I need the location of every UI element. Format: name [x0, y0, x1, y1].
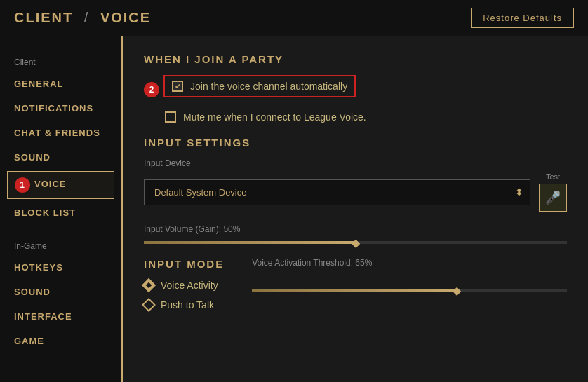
voice-activity-label: Voice Activity: [161, 280, 218, 291]
party-section: WHEN I JOIN A PARTY 2 Join the voice cha…: [144, 53, 567, 123]
join-voice-label: Join the voice channel automatically: [190, 81, 347, 92]
input-mode-heading: INPUT MODE: [144, 258, 224, 270]
input-settings-section: INPUT SETTINGS Input Device Default Syst…: [144, 137, 567, 244]
sidebar-item-interface[interactable]: INTERFACE: [0, 304, 121, 329]
device-select-wrapper: Default System Device ⬍: [144, 179, 530, 205]
header: CLIENT / VOICE Restore Defaults: [0, 0, 588, 36]
step-badge-1: 1: [15, 177, 30, 193]
content-area: WHEN I JOIN A PARTY 2 Join the voice cha…: [123, 36, 588, 382]
sidebar-item-voice[interactable]: 1VOICE: [7, 171, 114, 199]
test-section: Test 🎤: [539, 172, 567, 212]
sidebar-item-hotkeys[interactable]: HOTKEYS: [0, 255, 121, 280]
sidebar-divider: [0, 231, 121, 231]
push-to-talk-option[interactable]: Push to Talk: [144, 299, 224, 311]
volume-slider-fill: [144, 241, 356, 244]
sidebar-item-block-list[interactable]: BLOCK LIST: [0, 200, 121, 225]
sidebar-item-notifications[interactable]: NOTIFICATIONS: [0, 96, 121, 121]
sidebar-item-sound-ig[interactable]: SOUND: [0, 280, 121, 304]
restore-defaults-button[interactable]: Restore Defaults: [471, 8, 574, 28]
input-mode-right: Voice Activation Threshold: 65% ◆: [252, 258, 567, 319]
step-badge-2: 2: [144, 82, 159, 97]
title-voice: VOICE: [100, 10, 151, 25]
device-select[interactable]: Default System Device: [144, 179, 530, 205]
device-field-label: Input Device: [144, 158, 567, 168]
voice-activity-option[interactable]: Voice Activity: [144, 280, 224, 291]
party-section-heading: WHEN I JOIN A PARTY: [144, 53, 567, 65]
threshold-slider-fill: [252, 289, 457, 292]
main-layout: Client GENERAL NOTIFICATIONS CHAT & FRIE…: [0, 36, 588, 382]
threshold-slider-track[interactable]: ◆: [252, 289, 567, 292]
mute-row: Mute me when I connect to League Voice.: [165, 111, 567, 123]
push-to-talk-radio[interactable]: [142, 298, 156, 312]
input-settings-heading: INPUT SETTINGS: [144, 137, 567, 149]
sidebar-item-chat-friends[interactable]: CHAT & FRIENDS: [0, 121, 121, 145]
input-mode-left: INPUT MODE Voice Activity Push to Talk: [144, 258, 224, 319]
threshold-label: Voice Activation Threshold: 65%: [252, 258, 567, 268]
join-voice-checkbox-row: Join the voice channel automatically: [163, 75, 356, 97]
join-voice-row: 2 Join the voice channel automatically: [144, 75, 567, 104]
push-to-talk-label: Push to Talk: [161, 299, 214, 311]
sidebar-item-sound[interactable]: SOUND: [0, 145, 121, 170]
page-title: CLIENT / VOICE: [14, 10, 151, 26]
test-label: Test: [546, 172, 560, 181]
mute-checkbox[interactable]: [165, 111, 176, 123]
join-voice-checkbox[interactable]: [172, 81, 183, 92]
mic-test-button[interactable]: 🎤: [539, 184, 567, 212]
volume-section: Input Volume (Gain): 50% ◆: [144, 224, 567, 244]
sidebar-ingame-label: In-Game: [0, 237, 121, 255]
sidebar-client-label: Client: [0, 53, 121, 71]
threshold-slider-thumb[interactable]: ◆: [450, 283, 464, 297]
sidebar: Client GENERAL NOTIFICATIONS CHAT & FRIE…: [0, 36, 123, 382]
mute-label: Mute me when I connect to League Voice.: [183, 111, 366, 123]
sidebar-item-game[interactable]: GAME: [0, 329, 121, 353]
volume-label: Input Volume (Gain): 50%: [144, 224, 567, 234]
voice-activity-radio[interactable]: [142, 278, 156, 292]
mic-icon: 🎤: [545, 190, 561, 205]
input-mode-section: INPUT MODE Voice Activity Push to Talk V…: [144, 258, 567, 319]
sidebar-item-general[interactable]: GENERAL: [0, 71, 121, 96]
title-client: CLIENT: [14, 10, 73, 25]
input-device-row: Default System Device ⬍ Test 🎤: [144, 172, 567, 212]
volume-slider-track[interactable]: ◆: [144, 241, 567, 244]
volume-slider-thumb[interactable]: ◆: [349, 236, 363, 250]
